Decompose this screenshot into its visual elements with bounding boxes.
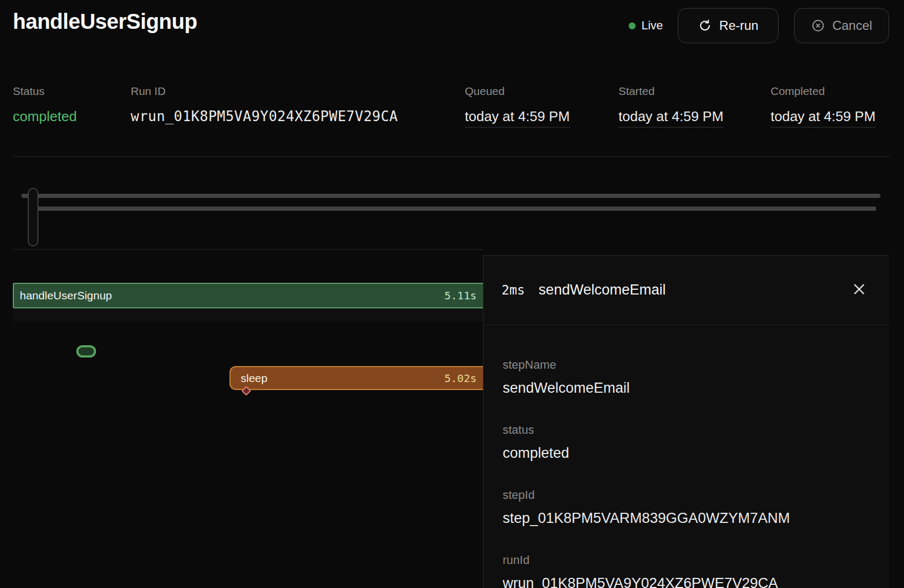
field-label: stepName (503, 358, 870, 372)
step-title: sendWelcomeEmail (538, 282, 665, 298)
step-detail-header: 2ms sendWelcomeEmail (483, 256, 889, 325)
meta-status-label: Status (13, 84, 77, 98)
meta-completed: Completed today at 4:59 PM (771, 84, 876, 128)
gantt-step-marker-sendWelcomeEmail[interactable] (76, 345, 96, 357)
refresh-icon (698, 19, 712, 33)
gantt-row-stripe (13, 308, 483, 322)
gantt-bar-duration: 5.02s (445, 372, 477, 385)
minimap-span-root (21, 194, 881, 198)
meta-run-id-label: Run ID (131, 84, 398, 98)
completed-timestamp: today at 4:59 PM (771, 108, 876, 128)
live-indicator: Live (629, 18, 663, 33)
meta-completed-label: Completed (771, 84, 876, 98)
field-label: stepId (503, 488, 870, 502)
gantt-bar-label: handleUserSignup (20, 289, 112, 302)
gantt-bar-handleUserSignup[interactable]: handleUserSignup 5.11s (13, 283, 483, 308)
queued-timestamp: today at 4:59 PM (465, 108, 570, 128)
field-stepId: stepId step_01K8PM5VARM839GGA0WZYM7ANM (503, 488, 870, 527)
field-stepName: stepName sendWelcomeEmail (503, 358, 870, 396)
field-value: completed (503, 444, 870, 462)
started-timestamp: today at 4:59 PM (618, 108, 724, 128)
field-value: wrun_01K8PM5VA9Y024XZ6PWE7V29CA (503, 575, 870, 588)
minimap-span-sleep (31, 206, 876, 211)
cancel-button-label: Cancel (832, 18, 873, 33)
step-duration: 2ms (502, 283, 525, 298)
run-id-value: wrun_01K8PM5VA9Y024XZ6PWE7V29CA (131, 108, 398, 125)
gantt-bar-duration: 5.11s (445, 289, 477, 302)
close-panel-button[interactable] (847, 279, 871, 302)
divider (13, 156, 890, 157)
field-value: sendWelcomeEmail (503, 379, 870, 396)
close-icon (851, 281, 867, 299)
field-value: step_01K8PM5VARM839GGA0WZYM7ANM (503, 510, 870, 527)
timeline-scrubber-handle[interactable] (28, 188, 38, 247)
divider (13, 249, 483, 250)
rerun-button[interactable]: Re-run (678, 8, 779, 43)
step-detail-panel: 2ms sendWelcomeEmail stepName sendWelcom… (483, 255, 889, 588)
step-detail-body: stepName sendWelcomeEmail status complet… (483, 325, 889, 588)
field-label: runId (503, 553, 870, 567)
rerun-button-label: Re-run (719, 18, 758, 33)
meta-queued: Queued today at 4:59 PM (465, 84, 570, 128)
workflow-run-page: handleUserSignup Live Re-run Cancel Stat… (0, 0, 904, 588)
status-badge: completed (13, 108, 77, 125)
field-status: status completed (503, 423, 870, 462)
field-label: status (503, 423, 870, 437)
meta-started: Started today at 4:59 PM (618, 84, 724, 128)
meta-run-id: Run ID wrun_01K8PM5VA9Y024XZ6PWE7V29CA (131, 84, 398, 125)
page-title: handleUserSignup (13, 10, 197, 34)
field-runId: runId wrun_01K8PM5VA9Y024XZ6PWE7V29CA (503, 553, 870, 588)
meta-queued-label: Queued (465, 84, 570, 98)
live-dot-icon (629, 22, 636, 29)
cancel-button[interactable]: Cancel (794, 8, 889, 43)
meta-status: Status completed (13, 84, 77, 125)
meta-started-label: Started (618, 84, 724, 98)
cancel-circle-icon (811, 19, 825, 33)
live-label: Live (641, 19, 663, 33)
gantt-bar-label: sleep (241, 372, 267, 385)
gantt-bar-sleep[interactable]: sleep 5.02s (229, 366, 483, 390)
